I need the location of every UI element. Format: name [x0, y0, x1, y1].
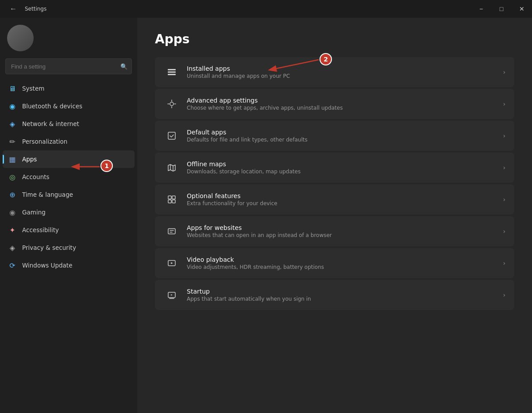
svg-rect-10 [172, 200, 175, 203]
advanced-app-settings-description: Choose where to get apps, archive apps, … [187, 105, 497, 111]
sidebar-item-apps[interactable]: ▦Apps [3, 150, 135, 168]
installed-apps-chevron-icon: › [503, 69, 505, 76]
sidebar-item-accessibility[interactable]: ✦Accessibility [3, 221, 135, 239]
sidebar-item-label-update: Windows Update [22, 262, 72, 269]
video-playback-icon [164, 255, 180, 271]
video-playback-title: Video playback [187, 256, 497, 263]
default-apps-description: Defaults for file and link types, other … [187, 137, 497, 143]
sidebar-item-label-bluetooth: Bluetooth & devices [22, 103, 82, 110]
video-playback-chevron-icon: › [503, 260, 505, 267]
apps-for-websites-chevron-icon: › [503, 228, 505, 235]
titlebar: ← Settings − □ ✕ [0, 0, 532, 18]
installed-apps-title: Installed apps [187, 65, 497, 72]
settings-item-advanced-app-settings[interactable]: Advanced app settingsChoose where to get… [155, 89, 514, 119]
settings-item-startup[interactable]: StartupApps that start automatically whe… [155, 280, 514, 310]
optional-features-icon [164, 191, 180, 207]
apps-for-websites-icon [164, 223, 180, 239]
settings-item-apps-for-websites[interactable]: Apps for websitesWebsites that can open … [155, 216, 514, 246]
privacy-icon: ◈ [8, 243, 17, 252]
titlebar-title: Settings [25, 6, 46, 12]
sidebar-item-label-system: System [22, 85, 44, 92]
update-icon: ⟳ [8, 261, 17, 270]
optional-features-description: Extra functionality for your device [187, 200, 497, 206]
offline-maps-icon [164, 160, 180, 176]
accounts-icon: ◎ [8, 172, 17, 181]
apps-for-websites-description: Websites that can open in an app instead… [187, 232, 497, 238]
maximize-button[interactable]: □ [491, 0, 512, 18]
settings-item-installed-apps[interactable]: Installed appsUninstall and manage apps … [155, 57, 514, 87]
titlebar-controls: − □ ✕ [471, 0, 532, 18]
svg-rect-7 [168, 196, 171, 199]
sidebar-item-update[interactable]: ⟳Windows Update [3, 256, 135, 274]
page-title: Apps [155, 32, 514, 46]
time-icon: ⊕ [8, 190, 17, 199]
main-content: Apps Installed appsUninstall and manage … [137, 18, 532, 413]
installed-apps-description: Uninstall and manage apps on your PC [187, 73, 497, 79]
search-icon: 🔍 [120, 63, 127, 70]
default-apps-icon [164, 128, 180, 144]
startup-description: Apps that start automatically when you s… [187, 296, 497, 302]
sidebar-item-time[interactable]: ⊕Time & language [3, 186, 135, 203]
sidebar-item-privacy[interactable]: ◈Privacy & security [3, 239, 135, 256]
svg-rect-4 [168, 132, 175, 139]
svg-rect-0 [168, 69, 176, 70]
back-button[interactable]: ← [5, 0, 21, 18]
settings-item-video-playback[interactable]: Video playbackVideo adjustments, HDR str… [155, 248, 514, 278]
apps-icon: ▦ [8, 155, 17, 164]
avatar [7, 25, 34, 51]
network-icon: ◈ [8, 119, 17, 128]
offline-maps-title: Offline maps [187, 161, 497, 168]
system-icon: 🖥 [8, 84, 17, 93]
sidebar-item-label-apps: Apps [22, 156, 37, 163]
sidebar-item-personalization[interactable]: ✏Personalization [3, 133, 135, 150]
search-box: 🔍 [5, 58, 132, 74]
close-button[interactable]: ✕ [512, 0, 532, 18]
sidebar-item-accounts[interactable]: ◎Accounts [3, 168, 135, 186]
svg-rect-9 [168, 200, 171, 203]
accessibility-icon: ✦ [8, 226, 17, 234]
startup-title: Startup [187, 288, 497, 295]
settings-item-optional-features[interactable]: Optional featuresExtra functionality for… [155, 184, 514, 214]
sidebar-item-label-accounts: Accounts [22, 173, 50, 180]
settings-item-default-apps[interactable]: Default appsDefaults for file and link t… [155, 121, 514, 151]
offline-maps-description: Downloads, storage location, map updates [187, 168, 497, 175]
startup-icon [164, 287, 180, 303]
svg-rect-2 [168, 74, 176, 75]
default-apps-chevron-icon: › [503, 132, 505, 139]
optional-features-title: Optional features [187, 192, 497, 199]
advanced-app-settings-title: Advanced app settings [187, 97, 497, 104]
sidebar-item-label-gaming: Gaming [22, 209, 46, 216]
advanced-app-settings-chevron-icon: › [503, 100, 505, 107]
sidebar: 🔍 🖥System◉Bluetooth & devices◈Network & … [0, 18, 137, 413]
svg-rect-11 [168, 229, 175, 234]
minimize-button[interactable]: − [471, 0, 491, 18]
sidebar-item-gaming[interactable]: ◉Gaming [3, 203, 135, 221]
startup-chevron-icon: › [503, 291, 505, 298]
user-section [0, 18, 137, 55]
sidebar-item-network[interactable]: ◈Network & internet [3, 115, 135, 133]
advanced-app-settings-icon [164, 96, 180, 112]
svg-rect-1 [168, 72, 176, 73]
sidebar-item-label-network: Network & internet [22, 120, 79, 127]
bluetooth-icon: ◉ [8, 102, 17, 111]
settings-item-offline-maps[interactable]: Offline mapsDownloads, storage location,… [155, 153, 514, 183]
sidebar-item-label-personalization: Personalization [22, 138, 67, 145]
gaming-icon: ◉ [8, 208, 17, 217]
sidebar-item-label-accessibility: Accessibility [22, 226, 59, 233]
svg-rect-8 [172, 196, 175, 199]
optional-features-chevron-icon: › [503, 196, 505, 203]
offline-maps-chevron-icon: › [503, 164, 505, 171]
content-area: 🔍 🖥System◉Bluetooth & devices◈Network & … [0, 18, 532, 413]
nav-items: 🖥System◉Bluetooth & devices◈Network & in… [0, 80, 137, 274]
sidebar-item-label-privacy: Privacy & security [22, 244, 76, 251]
default-apps-title: Default apps [187, 129, 497, 136]
personalization-icon: ✏ [8, 137, 17, 146]
apps-for-websites-title: Apps for websites [187, 224, 497, 231]
titlebar-left: ← Settings [5, 0, 46, 18]
sidebar-item-label-time: Time & language [22, 191, 73, 198]
sidebar-item-bluetooth[interactable]: ◉Bluetooth & devices [3, 97, 135, 115]
sidebar-item-system[interactable]: 🖥System [3, 80, 135, 97]
search-input[interactable] [5, 58, 132, 74]
settings-window: ← Settings − □ ✕ 🔍 🖥System◉Blue [0, 0, 532, 413]
svg-point-3 [170, 102, 173, 106]
